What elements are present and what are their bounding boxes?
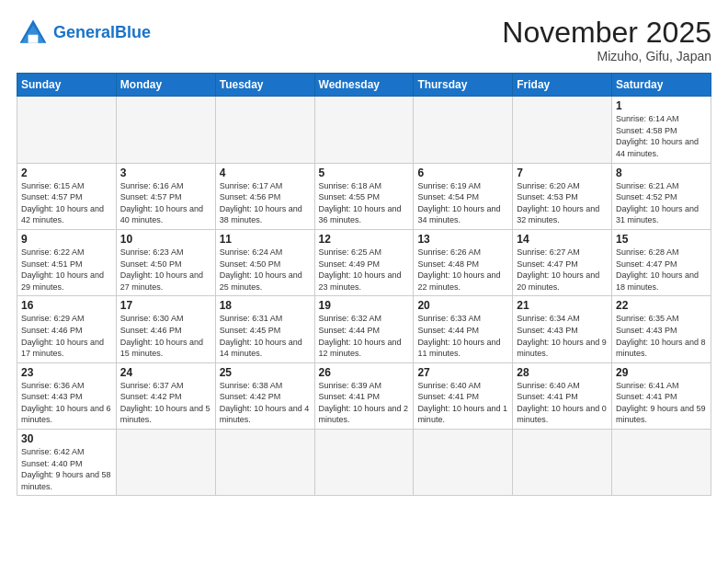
day-header-wednesday: Wednesday (314, 74, 414, 97)
logo-general: General (53, 23, 115, 41)
calendar-cell: 26Sunrise: 6:39 AM Sunset: 4:41 PM Dayli… (314, 362, 414, 429)
logo-blue: Blue (115, 23, 151, 41)
logo: GeneralBlue (17, 17, 151, 50)
day-info: Sunrise: 6:33 AM Sunset: 4:44 PM Dayligh… (417, 313, 508, 359)
day-header-saturday: Saturday (612, 74, 711, 97)
calendar-cell: 4Sunrise: 6:17 AM Sunset: 4:56 PM Daylig… (215, 163, 314, 229)
day-info: Sunrise: 6:36 AM Sunset: 4:43 PM Dayligh… (21, 380, 112, 426)
day-info: Sunrise: 6:42 AM Sunset: 4:40 PM Dayligh… (21, 446, 112, 492)
calendar-cell (215, 430, 314, 496)
day-number: 1 (616, 99, 707, 112)
header: GeneralBlue November 2025 Mizuho, Gifu, … (17, 17, 711, 63)
day-info: Sunrise: 6:34 AM Sunset: 4:43 PM Dayligh… (517, 313, 608, 359)
day-info: Sunrise: 6:23 AM Sunset: 4:50 PM Dayligh… (120, 247, 211, 293)
calendar-cell: 18Sunrise: 6:31 AM Sunset: 4:45 PM Dayli… (215, 296, 314, 362)
day-number: 27 (417, 366, 508, 379)
calendar-cell: 15Sunrise: 6:28 AM Sunset: 4:47 PM Dayli… (612, 229, 711, 295)
day-info: Sunrise: 6:20 AM Sunset: 4:53 PM Dayligh… (517, 180, 608, 226)
calendar-cell: 7Sunrise: 6:20 AM Sunset: 4:53 PM Daylig… (513, 163, 612, 229)
calendar-cell: 12Sunrise: 6:25 AM Sunset: 4:49 PM Dayli… (314, 229, 414, 295)
calendar-cell: 6Sunrise: 6:19 AM Sunset: 4:54 PM Daylig… (414, 163, 513, 229)
day-number: 12 (319, 233, 410, 246)
svg-rect-2 (28, 35, 39, 43)
calendar-header-row: SundayMondayTuesdayWednesdayThursdayFrid… (17, 74, 711, 97)
day-number: 28 (517, 366, 608, 379)
calendar-cell: 19Sunrise: 6:32 AM Sunset: 4:44 PM Dayli… (314, 296, 414, 362)
day-info: Sunrise: 6:40 AM Sunset: 4:41 PM Dayligh… (517, 380, 608, 426)
day-info: Sunrise: 6:35 AM Sunset: 4:43 PM Dayligh… (616, 313, 707, 359)
calendar-week-row: 23Sunrise: 6:36 AM Sunset: 4:43 PM Dayli… (17, 362, 711, 429)
day-number: 16 (21, 299, 112, 312)
calendar-cell: 24Sunrise: 6:37 AM Sunset: 4:42 PM Dayli… (116, 362, 215, 429)
day-number: 26 (319, 366, 410, 379)
day-number: 18 (220, 299, 311, 312)
day-info: Sunrise: 6:38 AM Sunset: 4:42 PM Dayligh… (220, 380, 311, 426)
day-number: 29 (616, 366, 707, 379)
day-info: Sunrise: 6:31 AM Sunset: 4:45 PM Dayligh… (220, 313, 311, 359)
calendar-week-row: 30Sunrise: 6:42 AM Sunset: 4:40 PM Dayli… (17, 430, 711, 496)
calendar-cell: 11Sunrise: 6:24 AM Sunset: 4:50 PM Dayli… (215, 229, 314, 295)
calendar-week-row: 9Sunrise: 6:22 AM Sunset: 4:51 PM Daylig… (17, 229, 711, 295)
day-number: 7 (517, 167, 608, 179)
calendar-cell (314, 97, 414, 163)
location: Mizuho, Gifu, Japan (502, 49, 711, 63)
calendar-page: GeneralBlue November 2025 Mizuho, Gifu, … (0, 0, 728, 563)
calendar-cell (612, 430, 711, 496)
day-info: Sunrise: 6:21 AM Sunset: 4:52 PM Dayligh… (616, 180, 707, 226)
day-number: 9 (21, 233, 112, 246)
calendar-week-row: 1Sunrise: 6:14 AM Sunset: 4:58 PM Daylig… (17, 97, 711, 163)
calendar-cell: 23Sunrise: 6:36 AM Sunset: 4:43 PM Dayli… (17, 362, 117, 429)
day-number: 30 (21, 432, 112, 445)
calendar-cell: 27Sunrise: 6:40 AM Sunset: 4:41 PM Dayli… (414, 362, 513, 429)
calendar-cell: 20Sunrise: 6:33 AM Sunset: 4:44 PM Dayli… (414, 296, 513, 362)
calendar-cell: 16Sunrise: 6:29 AM Sunset: 4:46 PM Dayli… (17, 296, 117, 362)
day-number: 22 (616, 299, 707, 312)
calendar-cell: 5Sunrise: 6:18 AM Sunset: 4:55 PM Daylig… (314, 163, 414, 229)
day-info: Sunrise: 6:18 AM Sunset: 4:55 PM Dayligh… (319, 180, 410, 226)
calendar-cell (314, 430, 414, 496)
calendar-cell: 9Sunrise: 6:22 AM Sunset: 4:51 PM Daylig… (17, 229, 117, 295)
day-number: 15 (616, 233, 707, 246)
day-number: 23 (21, 366, 112, 379)
calendar-cell: 17Sunrise: 6:30 AM Sunset: 4:46 PM Dayli… (116, 296, 215, 362)
calendar-cell: 13Sunrise: 6:26 AM Sunset: 4:48 PM Dayli… (414, 229, 513, 295)
calendar-cell: 10Sunrise: 6:23 AM Sunset: 4:50 PM Dayli… (116, 229, 215, 295)
calendar-cell: 25Sunrise: 6:38 AM Sunset: 4:42 PM Dayli… (215, 362, 314, 429)
day-info: Sunrise: 6:40 AM Sunset: 4:41 PM Dayligh… (417, 380, 508, 426)
calendar-cell (116, 97, 215, 163)
day-number: 14 (517, 233, 608, 246)
calendar-cell (215, 97, 314, 163)
day-number: 25 (220, 366, 311, 379)
logo-icon (17, 17, 50, 50)
month-title: November 2025 (502, 17, 711, 49)
calendar-cell (414, 430, 513, 496)
day-number: 5 (319, 167, 410, 179)
calendar-week-row: 2Sunrise: 6:15 AM Sunset: 4:57 PM Daylig… (17, 163, 711, 229)
day-info: Sunrise: 6:19 AM Sunset: 4:54 PM Dayligh… (417, 180, 508, 226)
day-info: Sunrise: 6:25 AM Sunset: 4:49 PM Dayligh… (319, 247, 410, 293)
calendar-cell: 14Sunrise: 6:27 AM Sunset: 4:47 PM Dayli… (513, 229, 612, 295)
day-info: Sunrise: 6:14 AM Sunset: 4:58 PM Dayligh… (616, 113, 707, 159)
day-number: 6 (417, 167, 508, 179)
calendar-cell (513, 97, 612, 163)
calendar-cell: 21Sunrise: 6:34 AM Sunset: 4:43 PM Dayli… (513, 296, 612, 362)
day-info: Sunrise: 6:30 AM Sunset: 4:46 PM Dayligh… (120, 313, 211, 359)
logo-text: GeneralBlue (53, 24, 151, 42)
day-info: Sunrise: 6:15 AM Sunset: 4:57 PM Dayligh… (21, 180, 112, 226)
day-number: 8 (616, 167, 707, 179)
day-header-friday: Friday (513, 74, 612, 97)
day-info: Sunrise: 6:29 AM Sunset: 4:46 PM Dayligh… (21, 313, 112, 359)
day-info: Sunrise: 6:39 AM Sunset: 4:41 PM Dayligh… (319, 380, 410, 426)
day-info: Sunrise: 6:17 AM Sunset: 4:56 PM Dayligh… (220, 180, 311, 226)
day-number: 2 (21, 167, 112, 179)
day-number: 11 (220, 233, 311, 246)
calendar-cell (513, 430, 612, 496)
calendar-cell: 30Sunrise: 6:42 AM Sunset: 4:40 PM Dayli… (17, 430, 117, 496)
day-number: 19 (319, 299, 410, 312)
day-number: 4 (220, 167, 311, 179)
day-number: 24 (120, 366, 211, 379)
calendar-cell: 8Sunrise: 6:21 AM Sunset: 4:52 PM Daylig… (612, 163, 711, 229)
calendar-cell (414, 97, 513, 163)
day-info: Sunrise: 6:28 AM Sunset: 4:47 PM Dayligh… (616, 247, 707, 293)
day-number: 10 (120, 233, 211, 246)
